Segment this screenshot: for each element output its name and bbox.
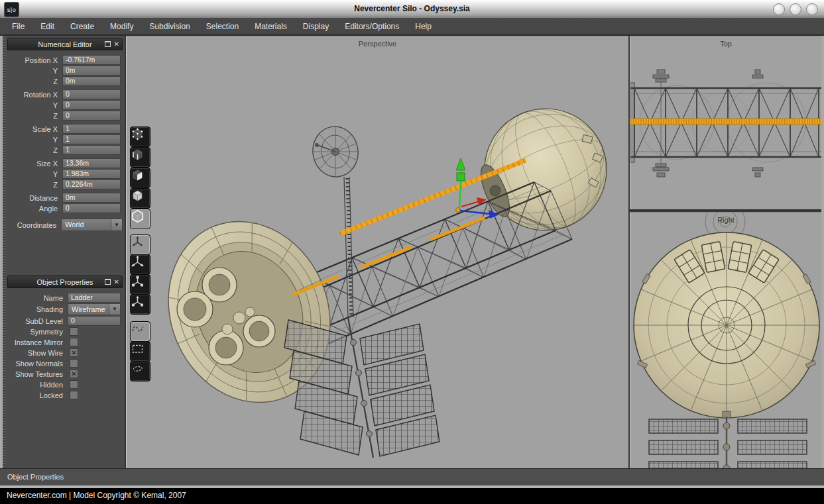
distance-field[interactable]: 0m	[62, 193, 121, 203]
object-name-field[interactable]: Ladder	[68, 293, 121, 303]
field-label: Scale X	[7, 125, 62, 133]
object-mode-icon	[131, 209, 145, 223]
object-properties-header[interactable]: Object Properties ✕	[7, 276, 123, 288]
top-scene	[630, 36, 821, 209]
show-wire-checkbox[interactable]: ✕	[70, 348, 78, 357]
lasso-select-button[interactable]	[130, 361, 150, 381]
window-frame-right	[821, 36, 824, 485]
panel-title: Object Properties	[37, 278, 93, 286]
locked-checkbox[interactable]	[70, 391, 78, 399]
universal-manipulator-button[interactable]	[130, 294, 150, 315]
menu-materials[interactable]: Materials	[247, 19, 295, 34]
rotation-x-field[interactable]: 0	[62, 89, 121, 99]
coordinates-value: World	[65, 221, 84, 228]
field-label: Show Wire	[7, 349, 68, 357]
symmetry-checkbox[interactable]	[70, 327, 78, 336]
edge-mode-button[interactable]	[130, 147, 150, 168]
field-label: Locked	[7, 391, 68, 399]
move-tool-button[interactable]	[130, 234, 150, 255]
field-label: Distance	[7, 194, 62, 202]
window-minimize-button[interactable]	[773, 3, 785, 15]
application-window: s|o Nevercenter Silo - Odyssey.sia File …	[0, 0, 824, 504]
field-label: Y	[7, 67, 62, 75]
size-y-field[interactable]: 1.983m	[62, 169, 121, 179]
menu-selection[interactable]: Selection	[198, 19, 247, 34]
numerical-editor-header[interactable]: Numerical Editor ✕	[7, 38, 123, 50]
menu-file[interactable]: File	[4, 19, 32, 34]
top-viewport[interactable]: Top	[630, 36, 821, 209]
field-label: Size X	[7, 160, 62, 168]
status-bar: Object Properties	[0, 468, 824, 485]
gizmo-z-axis-handle[interactable]	[460, 210, 499, 219]
field-label: Z	[7, 181, 62, 189]
element-mode-button[interactable]	[130, 188, 150, 209]
size-z-field[interactable]: 0.2264m	[62, 179, 121, 189]
top-ladder[interactable]	[630, 119, 821, 125]
viewport-label: Right	[630, 216, 821, 224]
panel-maximize-icon[interactable]	[105, 41, 111, 47]
menu-subdivision[interactable]: Subdivision	[141, 19, 198, 34]
menu-display[interactable]: Display	[295, 19, 337, 34]
coordinates-dropdown[interactable]: World ▼	[61, 219, 123, 231]
lasso-select-icon	[131, 362, 145, 376]
show-normals-checkbox[interactable]	[70, 359, 78, 368]
window-close-button[interactable]	[806, 3, 818, 15]
menu-edit[interactable]: Edit	[32, 19, 62, 34]
field-label: Z	[7, 146, 62, 154]
position-y-field[interactable]: 0m	[62, 66, 121, 76]
right-viewport[interactable]: Right	[630, 212, 821, 468]
face-mode-icon	[131, 168, 145, 182]
field-label: Name	[7, 294, 68, 302]
field-label: Z	[7, 77, 62, 85]
subd-level-field[interactable]: 0	[68, 316, 121, 326]
scale-z-field[interactable]: 1	[62, 145, 121, 155]
left-dock: Numerical Editor ✕ Position X-0.7617m Y0…	[3, 36, 125, 468]
object-mode-button[interactable]	[130, 209, 150, 229]
instance-mirror-checkbox[interactable]	[70, 338, 78, 346]
panel-close-icon[interactable]: ✕	[114, 279, 119, 285]
shading-value: Wireframe	[72, 305, 105, 313]
face-mode-button[interactable]	[130, 168, 150, 188]
field-label: Instance Mirror	[7, 338, 68, 346]
status-text: Object Properties	[7, 473, 64, 481]
menu-modify[interactable]: Modify	[102, 19, 141, 34]
position-x-field[interactable]: -0.7617m	[62, 55, 121, 65]
menu-create[interactable]: Create	[62, 19, 102, 34]
panel-maximize-icon[interactable]	[105, 279, 111, 285]
position-z-field[interactable]: 0m	[62, 76, 121, 86]
perspective-viewport[interactable]: Perspective	[126, 36, 628, 468]
sphere-front-view	[634, 232, 819, 418]
desktop-taskbar: Nevercenter.com | Model Copyright © Kema…	[0, 488, 824, 504]
rotation-y-field[interactable]: 0	[62, 100, 121, 110]
field-label: Show Normals	[7, 360, 68, 368]
panel-close-icon[interactable]: ✕	[114, 41, 119, 48]
rotation-z-field[interactable]: 0	[62, 111, 121, 121]
rotate-tool-button[interactable]	[130, 254, 150, 275]
window-maximize-button[interactable]	[790, 3, 801, 15]
menu-help[interactable]: Help	[407, 19, 440, 34]
field-label: Show Textures	[7, 370, 68, 378]
chevron-down-icon: ▼	[111, 219, 122, 230]
title-bar[interactable]: s|o Nevercenter Silo - Odyssey.sia	[0, 0, 824, 19]
rect-select-button[interactable]	[130, 341, 150, 362]
vertex-mode-button[interactable]	[130, 126, 150, 147]
dock-grip-handle[interactable]	[3, 36, 6, 468]
field-label: Y	[7, 170, 62, 178]
move-tool-icon	[131, 235, 145, 249]
freeform-select-icon	[131, 322, 145, 336]
right-scene	[630, 213, 821, 468]
scale-x-field[interactable]: 1	[62, 124, 121, 134]
solar-array-front-view	[649, 411, 807, 468]
scale-tool-button[interactable]	[130, 274, 150, 295]
size-x-field[interactable]: 13.36m	[62, 158, 121, 168]
field-label: Symmetry	[7, 328, 68, 336]
gizmo-x-axis-handle[interactable]	[461, 197, 487, 207]
angle-field[interactable]: 0	[62, 203, 121, 213]
perspective-scene	[127, 36, 628, 468]
show-textures-checkbox[interactable]: ✕	[70, 370, 78, 378]
scale-y-field[interactable]: 1	[62, 134, 121, 144]
hidden-checkbox[interactable]	[70, 380, 78, 389]
freeform-select-button[interactable]	[130, 321, 150, 342]
menu-editors-options[interactable]: Editors/Options	[337, 19, 407, 34]
shading-dropdown[interactable]: Wireframe ▼	[68, 303, 121, 315]
